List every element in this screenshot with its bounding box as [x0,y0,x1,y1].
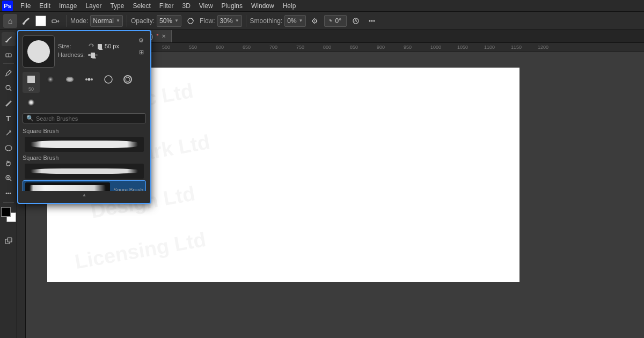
brush-stroke-3 [30,185,106,191]
toolbar: ⌂ Mode: Normal ▼ Opacity: 50% ▼ Flow: 30… [0,12,644,30]
size-row: Size: ▲ 50 px [58,43,119,49]
brush-preview-3 [25,182,110,191]
mode-dropdown[interactable]: Normal ▼ [90,15,123,27]
tool-brush[interactable] [2,32,16,46]
mode-label: Mode: [70,17,88,25]
brush-cat-dots[interactable] [80,72,98,93]
menu-plugins[interactable]: Plugins [217,2,247,10]
svg-point-34 [126,77,130,82]
ruler-mark: 900 [377,45,404,50]
svg-point-31 [91,78,93,80]
menu-help[interactable]: Help [279,2,301,10]
svg-point-12 [5,41,8,43]
menu-view[interactable]: View [195,2,217,10]
size-slider-thumb[interactable]: ▲ [98,44,102,49]
brush-categories: 50 [23,72,146,110]
tool-eraser[interactable] [2,47,16,61]
tool-dropper[interactable] [2,66,16,80]
tool-more[interactable]: ••• [2,186,16,200]
brush-cat-square50[interactable]: 50 [23,72,40,93]
brush-cat-soft[interactable] [42,72,59,93]
flow-value: 30% [220,17,233,25]
svg-rect-1 [52,20,56,23]
hardness-slider-thumb[interactable]: ▲ [91,53,95,58]
ruler-mark: 1100 [484,45,511,50]
svg-point-28 [67,78,72,81]
brush-popup: Size: ▲ 50 px Hardness: ▲ [17,30,151,204]
brush-cat-outline2-icon [121,73,134,86]
brush-cat-outline1[interactable] [100,72,117,93]
menu-type[interactable]: Type [106,2,128,10]
menu-window[interactable]: Window [247,2,279,10]
brush-cat-outline2[interactable] [119,72,136,93]
ps-logo[interactable]: Ps [2,1,13,11]
svg-line-15 [5,75,6,76]
brush-item-1[interactable] [23,135,146,153]
brush-cat-feather[interactable] [61,72,78,93]
svg-point-30 [88,78,91,81]
tool-ellipse[interactable] [2,141,16,155]
brush-item-3-selected[interactable]: Squre Brush [23,180,146,191]
sep2 [127,15,127,27]
size-reset-icon[interactable] [88,43,94,49]
popup-settings-icon[interactable]: ⚙ [136,35,146,45]
brush-search: 🔍 [23,113,146,123]
brush-cat-feather-icon [63,73,76,86]
brush-cat-sparkle[interactable] [23,95,40,110]
foreground-color[interactable] [35,16,46,26]
mode-value: Normal [93,17,114,25]
home-btn[interactable]: ⌂ [3,14,17,28]
svg-point-29 [85,78,87,80]
tool-sep-2 [3,202,14,203]
ruler-mark: 600 [216,45,243,50]
brush-cat-dots-icon [83,73,96,86]
foreground-color-swatch[interactable] [1,207,11,217]
pressure-btn[interactable] [349,14,363,28]
scroll-down-arrow[interactable]: ▲ [23,191,146,199]
smoothing-dropdown[interactable]: 0% ▼ [284,15,305,27]
smoothing-settings[interactable]: ⚙ [308,14,322,28]
menu-edit[interactable]: Edit [35,2,55,10]
menu-select[interactable]: Select [128,2,155,10]
smoothing-dropdown-arrow: ▼ [299,18,303,23]
close-tab-btn[interactable]: ✕ [162,33,166,39]
ruler-mark: 750 [296,45,323,50]
brush-cat-soft-icon [44,73,57,86]
brush-cat-square50-label: 50 [28,86,34,92]
flow-dropdown-arrow: ▼ [235,18,239,23]
popup-add-icon[interactable]: ⊞ [136,47,146,57]
tool-hand[interactable] [2,156,16,170]
brush-stroke-1 [31,141,138,148]
tool-pen[interactable] [2,96,16,110]
opacity-dropdown[interactable]: 50% ▼ [157,15,181,27]
menu-filter[interactable]: Filter [155,2,178,10]
tool-search[interactable] [2,81,16,95]
angle-dropdown[interactable]: 0° [324,15,347,27]
ruler-mark: 800 [323,45,350,50]
left-tool-panel: T ••• [0,30,17,338]
tool-text[interactable]: T [2,111,16,125]
quick-mask[interactable] [2,234,16,248]
tool-path[interactable] [2,126,16,140]
svg-point-33 [124,76,131,83]
airbrush-toggle[interactable] [48,14,62,28]
brush-search-input[interactable] [36,115,142,122]
menu-image[interactable]: Image [55,2,81,10]
extra-btn[interactable] [365,14,379,28]
menu-3d[interactable]: 3D [178,2,194,10]
opacity-options[interactable] [184,14,197,28]
brush-list: Square Brush Square Brush Squre Brush [23,127,146,191]
opacity-value: 50% [159,17,172,25]
brush-circle [27,40,50,63]
opacity-label: Opacity: [131,17,155,25]
tool-zoom[interactable] [2,171,16,185]
opacity-dropdown-arrow: ▼ [174,18,179,23]
menu-layer[interactable]: Layer [81,2,106,10]
flow-dropdown[interactable]: 30% ▼ [217,15,242,27]
menu-file[interactable]: File [16,2,35,10]
hardness-slider[interactable]: ▲ [88,54,98,56]
ruler-mark: 1050 [457,45,484,50]
hardness-label: Hardness: [58,52,86,58]
brush-item-2[interactable] [23,162,146,180]
brush-tool-btn[interactable] [19,14,33,28]
